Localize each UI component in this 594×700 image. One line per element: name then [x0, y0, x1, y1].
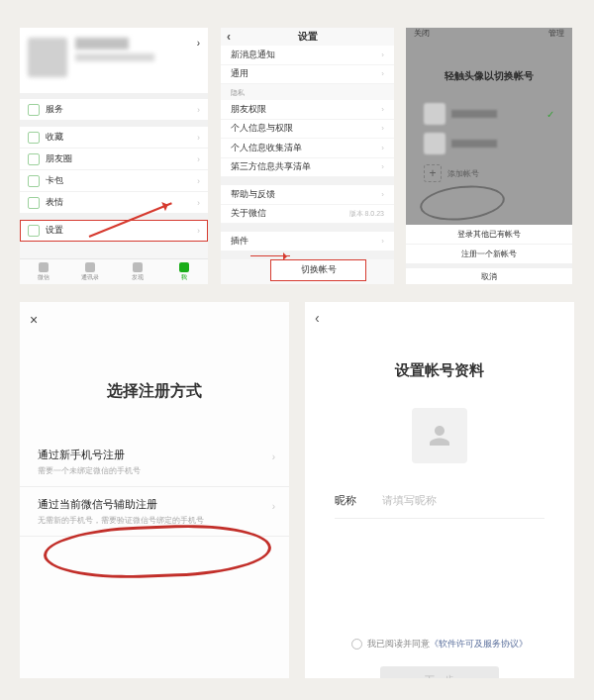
sheet-login-other[interactable]: 登录其他已有帐号 — [406, 225, 572, 245]
row-about[interactable]: 关于微信版本 8.0.23 — [221, 205, 394, 225]
register-title: 选择注册方式 — [20, 381, 289, 402]
chevron-right-icon: › — [197, 198, 200, 208]
tab-chat[interactable]: 微信 — [20, 259, 67, 284]
chevron-right-icon: › — [197, 38, 200, 49]
services-icon — [28, 104, 40, 116]
chevron-right-icon: › — [197, 176, 200, 186]
tab-bar: 微信 通讯录 发现 我 — [20, 258, 208, 284]
check-icon: ✓ — [546, 109, 554, 120]
page-title: 设置 — [298, 30, 318, 44]
label: 表情 — [46, 196, 63, 209]
stickers-icon — [28, 197, 40, 209]
settings-screen: ‹ 设置 新消息通知› 通用› 隐私 朋友权限› 个人信息与权限› 个人信息收集… — [221, 28, 394, 284]
row-help[interactable]: 帮助与反馈› — [221, 185, 394, 205]
avatar[interactable] — [28, 38, 67, 77]
me-tab-screen: › 服务 › 收藏 › 朋友圈 › 卡包 › 表情 › — [20, 28, 208, 284]
profile-header[interactable]: › — [20, 28, 208, 93]
moments-icon — [28, 153, 40, 165]
manage-button[interactable]: 管理 — [548, 28, 564, 44]
chevron-right-icon: › — [197, 133, 200, 143]
favorites-icon — [28, 132, 40, 144]
row-general[interactable]: 通用› — [221, 65, 394, 85]
profile-name-blur — [75, 38, 129, 50]
account-name-blur — [451, 110, 497, 118]
nickname-row[interactable]: 昵称 请填写昵称 — [335, 493, 544, 519]
agreement-checkbox[interactable] — [351, 639, 362, 650]
add-account-row[interactable]: + 添加帐号 — [424, 162, 554, 184]
label: 设置 — [46, 224, 63, 237]
account-name-blur — [451, 140, 497, 148]
option-subtitle: 无需新的手机号，需要验证微信号绑定的手机号 — [38, 515, 271, 526]
set-profile-screen: ‹ 设置帐号资料 昵称 请填写昵称 我已阅读并同意 《软件许可及服务协议》 下一… — [305, 302, 574, 678]
label: 收藏 — [46, 131, 63, 144]
me-row-services[interactable]: 服务 › — [20, 99, 208, 121]
settings-header: ‹ 设置 — [221, 28, 394, 46]
avatar — [424, 103, 446, 125]
annotation-circle — [418, 182, 506, 225]
me-row-favorites[interactable]: 收藏 › — [20, 127, 208, 149]
agreement-link[interactable]: 《软件许可及服务协议》 — [430, 638, 528, 650]
gear-icon — [28, 225, 40, 237]
chevron-right-icon: › — [197, 105, 200, 115]
tab-discover[interactable]: 发现 — [114, 259, 161, 284]
nickname-input[interactable]: 请填写昵称 — [382, 493, 437, 508]
label: 服务 — [46, 103, 63, 116]
tab-me[interactable]: 我 — [161, 259, 209, 284]
chat-icon — [39, 262, 49, 272]
me-row-cards[interactable]: 卡包 › — [20, 170, 208, 192]
person-icon — [425, 421, 454, 450]
agreement-row[interactable]: 我已阅读并同意 《软件许可及服务协议》 — [305, 638, 574, 650]
register-options: 通过新手机号注册 需要一个未绑定微信的手机号 › 通过当前微信号辅助注册 无需新… — [20, 438, 289, 537]
profile-name-block — [75, 38, 197, 61]
section-privacy-label: 隐私 — [221, 84, 394, 100]
next-button[interactable]: 下一步 — [380, 666, 499, 678]
register-by-phone[interactable]: 通过新手机号注册 需要一个未绑定微信的手机号 › — [20, 438, 289, 487]
register-method-screen: × 选择注册方式 通过新手机号注册 需要一个未绑定微信的手机号 › 通过当前微信… — [20, 302, 289, 678]
plus-icon: + — [424, 164, 442, 182]
contacts-icon — [85, 262, 95, 272]
cards-icon — [28, 175, 40, 187]
me-menu-list: 服务 › 收藏 › 朋友圈 › 卡包 › 表情 › 设置 › — [20, 93, 208, 242]
tab-contacts[interactable]: 通讯录 — [67, 259, 115, 284]
back-icon[interactable]: ‹ — [227, 30, 231, 44]
row-switch-account[interactable]: 切换帐号 — [270, 259, 366, 281]
close-icon[interactable]: × — [30, 312, 38, 328]
me-row-stickers[interactable]: 表情 › — [20, 192, 208, 214]
option-subtitle: 需要一个未绑定微信的手机号 — [38, 465, 271, 476]
me-icon — [179, 262, 189, 272]
profile-title: 设置帐号资料 — [305, 361, 574, 380]
switch-top-bar: 关闭 管理 — [406, 28, 572, 44]
account-item[interactable]: ✓ — [424, 101, 554, 127]
chevron-right-icon: › — [272, 451, 275, 462]
me-row-settings[interactable]: 设置 › — [20, 220, 208, 242]
action-sheet: 登录其他已有帐号 注册一个新帐号 取消 — [406, 225, 572, 284]
back-icon[interactable]: ‹ — [315, 310, 320, 326]
account-list: ✓ + 添加帐号 — [424, 101, 554, 184]
avatar-picker[interactable] — [412, 408, 467, 463]
annotation-arrow — [250, 255, 290, 256]
account-item[interactable] — [424, 131, 554, 156]
profile-id-blur — [75, 53, 154, 61]
option-title: 通过当前微信号辅助注册 — [38, 497, 271, 512]
avatar — [424, 133, 446, 154]
row-friend-perm[interactable]: 朋友权限› — [221, 100, 394, 120]
switch-account-screen: 关闭 管理 轻触头像以切换帐号 ✓ + 添加帐号 登录其他已有帐号 注册一个新帐… — [406, 28, 572, 284]
option-title: 通过新手机号注册 — [38, 448, 271, 462]
close-button[interactable]: 关闭 — [414, 28, 430, 44]
discover-icon — [133, 262, 143, 272]
row-notify[interactable]: 新消息通知› — [221, 46, 394, 65]
chevron-right-icon: › — [272, 501, 275, 512]
row-privacy[interactable]: 个人信息与权限› — [221, 120, 394, 140]
agreement-pre: 我已阅读并同意 — [367, 638, 430, 650]
row-plugins[interactable]: 插件› — [221, 232, 394, 251]
sheet-cancel[interactable]: 取消 — [406, 264, 572, 284]
row-third-party[interactable]: 第三方信息共享清单› — [221, 158, 394, 178]
label: 卡包 — [46, 174, 63, 187]
nickname-label: 昵称 — [335, 493, 382, 508]
chevron-right-icon: › — [197, 226, 200, 236]
label: 朋友圈 — [46, 152, 72, 165]
me-row-moments[interactable]: 朋友圈 › — [20, 149, 208, 170]
row-collect-list[interactable]: 个人信息收集清单› — [221, 139, 394, 158]
sheet-register-new[interactable]: 注册一个新帐号 — [406, 245, 572, 264]
switch-title: 轻触头像以切换帐号 — [406, 69, 572, 83]
